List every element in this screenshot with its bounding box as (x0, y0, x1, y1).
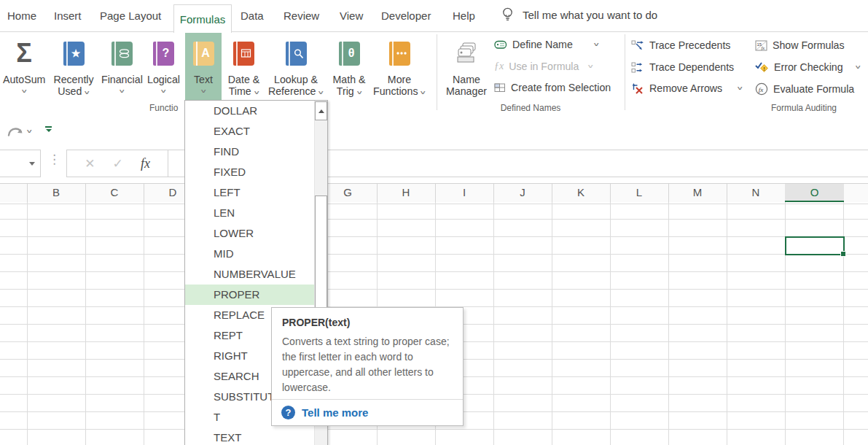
selected-cell[interactable] (785, 236, 845, 255)
column-headers[interactable]: B C D G H I J K L M N O (0, 183, 868, 203)
group-divider (625, 34, 625, 110)
chevron-down-icon: ∨ (253, 88, 260, 97)
define-name-icon (494, 40, 507, 50)
show-formulas-button[interactable]: 15 fx Show Formulas (755, 39, 845, 51)
chevron-down-icon: ∨ (854, 64, 861, 70)
tab-developer[interactable]: Developer (381, 9, 431, 22)
function-library-group-label: Functio (149, 103, 178, 113)
function-list-item[interactable]: FIXED (185, 162, 315, 182)
scrollbar-thumb[interactable] (315, 196, 327, 308)
use-in-formula-icon: ƒx (494, 61, 504, 72)
logical-button[interactable]: ? Logical ∨ (143, 33, 184, 100)
date-time-button[interactable]: Date & Time ∨ (223, 33, 265, 100)
tab-insert[interactable]: Insert (54, 9, 82, 22)
math-trig-book-icon: θ (339, 42, 360, 66)
excel-window: Home Insert Page Layout Formulas Data Re… (0, 0, 868, 445)
remove-arrows-button[interactable]: Remove Arrows ∨ (631, 82, 743, 94)
name-box[interactable] (0, 150, 41, 177)
column-header-b[interactable]: B (52, 186, 60, 198)
financial-button[interactable]: Financial ∨ (101, 33, 142, 100)
help-question-icon[interactable]: ? (281, 406, 295, 419)
column-header-g[interactable]: G (343, 186, 352, 198)
column-header-i[interactable]: I (463, 186, 466, 198)
function-list-item[interactable]: MID (185, 244, 315, 264)
function-list-item[interactable]: NUMBERVALUE (185, 264, 315, 285)
define-name-button[interactable]: Define Name ∨ (494, 39, 598, 50)
column-header-c[interactable]: C (111, 186, 119, 198)
trace-dependents-icon (631, 62, 644, 73)
function-tooltip: PROPER(text) Converts a text string to p… (271, 307, 464, 426)
error-checking-button[interactable]: ! Error Checking ∨ (755, 61, 860, 73)
column-header-d[interactable]: D (169, 186, 177, 198)
trace-precedents-button[interactable]: Trace Precedents (631, 39, 730, 51)
show-formulas-icon: 15 fx (755, 40, 767, 51)
chevron-down-icon: ∨ (200, 88, 207, 94)
lookup-reference-button[interactable]: Lookup & Reference ∨ (265, 33, 327, 100)
tab-home[interactable]: Home (7, 9, 36, 22)
function-list-item[interactable]: EXACT (185, 121, 315, 142)
text-button[interactable]: A Text ∨ (185, 33, 222, 100)
name-manager-icon (453, 42, 480, 66)
tab-data[interactable]: Data (241, 9, 264, 22)
tab-formulas[interactable]: Formulas (173, 4, 232, 33)
column-header-o-selected[interactable]: O (785, 184, 844, 202)
triangle-up-icon (318, 109, 324, 113)
autosum-button[interactable]: Σ AutoSum ∨ (3, 33, 45, 100)
column-header-n[interactable]: N (752, 186, 760, 198)
chevron-down-icon: ∨ (318, 88, 325, 97)
svg-text:fx: fx (762, 44, 765, 50)
more-functions-button[interactable]: More Functions ∨ (371, 33, 428, 100)
error-checking-icon: ! (755, 61, 769, 73)
column-header-h[interactable]: H (402, 186, 410, 198)
enter-icon[interactable]: ✓ (113, 156, 123, 171)
chevron-down-icon: ∨ (736, 85, 743, 91)
function-list-item[interactable]: TEXT (185, 427, 315, 445)
scroll-up-button[interactable] (315, 101, 327, 120)
tell-me-more-link[interactable]: Tell me more (302, 406, 368, 419)
chevron-down-icon: ∨ (356, 88, 363, 97)
redo-icon[interactable] (6, 123, 23, 138)
name-manager-button[interactable]: Name Manager (440, 33, 493, 100)
tab-page-layout[interactable]: Page Layout (100, 9, 161, 22)
function-list-item[interactable]: LOWER (185, 223, 315, 244)
chevron-down-icon: ∨ (118, 88, 125, 94)
more-functions-book-icon (389, 42, 410, 66)
trace-dependents-button[interactable]: Trace Dependents (631, 61, 734, 73)
function-list-item[interactable]: LEFT (185, 182, 315, 203)
lookup-book-icon (286, 42, 307, 66)
logical-book-icon: ? (153, 42, 174, 66)
function-list-item[interactable]: DOLLAR (185, 101, 315, 121)
function-list-item[interactable]: FIND (185, 142, 315, 162)
chevron-down-icon: ∨ (20, 88, 28, 94)
tell-me-box[interactable]: Tell me what you want to do (501, 7, 657, 23)
tab-help[interactable]: Help (453, 9, 475, 22)
column-header-k[interactable]: K (577, 186, 584, 198)
cancel-icon[interactable]: ✕ (85, 156, 95, 171)
tooltip-title: PROPER(text) (272, 308, 463, 328)
chevron-down-icon: ∨ (593, 42, 600, 47)
tooltip-footer: ? Tell me more (272, 399, 463, 425)
financial-book-icon (112, 42, 133, 66)
chevron-down-icon: ∨ (84, 88, 91, 97)
text-book-icon: A (193, 42, 214, 66)
column-header-j[interactable]: J (520, 186, 525, 198)
use-in-formula-button: ƒx Use in Formula ∨ (494, 61, 593, 72)
column-header-l[interactable]: L (636, 186, 642, 198)
customize-quick-access-icon[interactable] (45, 126, 52, 132)
recently-used-button[interactable]: ★ Recently Used ∨ (47, 33, 101, 100)
name-box-dropdown-icon[interactable] (29, 162, 35, 166)
function-list-item[interactable]: LEN (185, 203, 315, 223)
evaluate-formula-button[interactable]: fx Evaluate Formula (755, 82, 854, 96)
tell-me-label: Tell me what you want to do (523, 9, 657, 21)
separator-dots-icon: ⋮ (48, 153, 60, 166)
create-from-selection-button[interactable]: Create from Selection (494, 82, 611, 93)
formula-auditing-group-label: Formula Auditing (771, 103, 837, 113)
tab-view[interactable]: View (340, 9, 363, 22)
column-header-m[interactable]: M (693, 186, 703, 198)
function-list-item-proper-highlighted[interactable]: PROPER (185, 285, 315, 305)
chevron-down-icon: ∨ (160, 88, 168, 94)
math-trig-button[interactable]: θ Math & Trig ∨ (327, 33, 371, 100)
insert-function-icon[interactable]: fx (141, 156, 150, 171)
tab-review[interactable]: Review (284, 9, 319, 22)
chevron-down-icon[interactable]: ∨ (26, 128, 33, 134)
